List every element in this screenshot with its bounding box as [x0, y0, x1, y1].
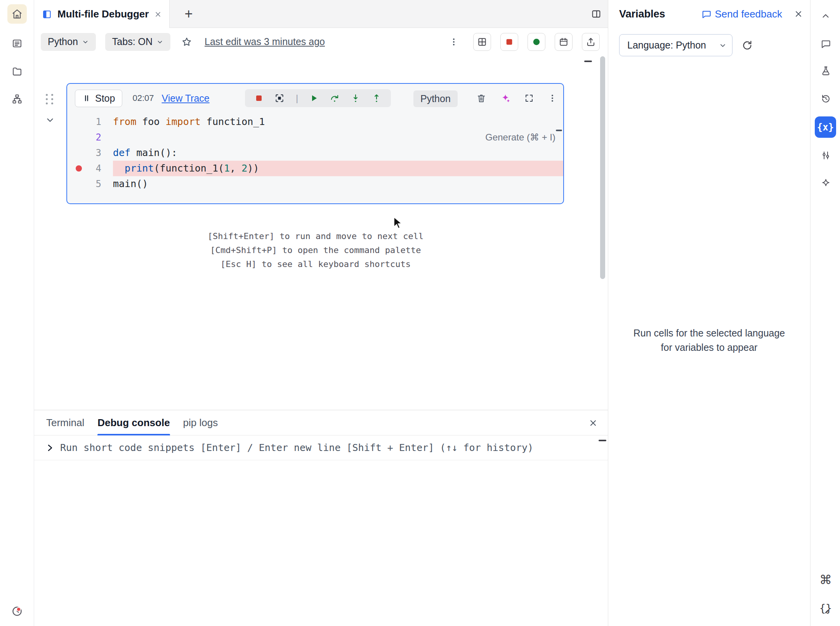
- cell-header: Stop 02:07 View Trace |: [67, 84, 563, 113]
- close-bottom-panel-icon[interactable]: [588, 410, 598, 435]
- ai-assistant-button[interactable]: [816, 174, 835, 192]
- chevron-down-icon: [156, 38, 163, 45]
- cell-language-chip[interactable]: Python: [413, 90, 458, 107]
- favorite-button[interactable]: [181, 36, 192, 47]
- last-edit-link[interactable]: Last edit was 3 minutes ago: [205, 36, 325, 47]
- fullscreen-icon[interactable]: [524, 94, 534, 103]
- notification-dot: [16, 607, 21, 612]
- variables-panel-header: Variables Send feedback: [608, 0, 810, 28]
- code-text[interactable]: main(): [113, 176, 563, 192]
- notebook-list-button[interactable]: [9, 35, 26, 52]
- settings-sliders-button[interactable]: [816, 146, 835, 165]
- refresh-variables-button[interactable]: [741, 40, 753, 51]
- home-icon: [12, 9, 23, 19]
- empty-message-line: for variables to appear: [608, 340, 810, 355]
- command-palette-button[interactable]: ⌘: [816, 571, 835, 589]
- generate-hint[interactable]: Generate (⌘ + I): [485, 132, 555, 143]
- tab-close-icon[interactable]: [154, 10, 162, 18]
- hint-line: [Shift+Enter] to run and move to next ce…: [34, 229, 597, 243]
- variables-panel: Variables Send feedback Language: Python…: [608, 0, 810, 626]
- stop-debug-button[interactable]: Stop: [75, 90, 122, 107]
- ai-sparkle-icon[interactable]: [500, 93, 510, 103]
- send-feedback-link[interactable]: Send feedback: [701, 0, 782, 28]
- breakpoint-slot[interactable]: [76, 134, 82, 140]
- code-line[interactable]: 4 print(function_1(1, 2)): [67, 161, 563, 176]
- comments-button[interactable]: [816, 34, 835, 53]
- notebook-content: Stop 02:07 View Trace |: [34, 55, 608, 410]
- divider: |: [295, 93, 299, 104]
- code-line[interactable]: 3def main():: [67, 145, 563, 161]
- line-number: 1: [82, 114, 113, 130]
- step-out-icon[interactable]: [371, 93, 382, 103]
- format-code-button[interactable]: {}: [816, 598, 835, 617]
- keyboard-hints: [Shift+Enter] to run and move to next ce…: [34, 229, 597, 271]
- share-button[interactable]: [582, 33, 600, 51]
- cell-scrollbar-dash[interactable]: [556, 130, 562, 131]
- console-scrollbar-dash[interactable]: [599, 440, 606, 441]
- tab-multi-file-debugger[interactable]: Multi-file Debugger: [34, 0, 170, 28]
- integrations-button[interactable]: [9, 90, 26, 108]
- breakpoint-slot[interactable]: [76, 150, 82, 156]
- breakpoint-slot[interactable]: [76, 119, 82, 125]
- cell-more-options-icon[interactable]: [548, 94, 557, 103]
- experiments-button[interactable]: [816, 61, 835, 80]
- line-number: 2: [82, 130, 113, 145]
- code-line[interactable]: 1from foo import function_1: [67, 114, 563, 130]
- cell-collapse-chevron-icon[interactable]: [45, 115, 55, 125]
- line-number: 4: [82, 161, 113, 176]
- vertical-scrollbar[interactable]: [600, 56, 605, 279]
- layout-grid-button[interactable]: [473, 33, 491, 51]
- continue-play-icon[interactable]: [309, 94, 319, 103]
- code-text[interactable]: print(function_1(1, 2)): [113, 161, 563, 176]
- code-line[interactable]: 5main(): [67, 176, 563, 192]
- focus-breakpoint-icon[interactable]: [274, 93, 285, 103]
- history-button[interactable]: [816, 89, 835, 108]
- grid-icon: [477, 37, 487, 47]
- kernel-status-button[interactable]: [528, 33, 545, 51]
- home-button[interactable]: [7, 4, 27, 24]
- collapse-panel-button[interactable]: [816, 7, 835, 25]
- code-cell[interactable]: Stop 02:07 View Trace |: [66, 83, 564, 204]
- code-text[interactable]: from foo import function_1: [113, 114, 563, 130]
- tabs-toggle-dropdown[interactable]: Tabs: ON: [105, 33, 170, 51]
- debug-console-input[interactable]: Run short code snippets [Enter] / Enter …: [34, 435, 608, 460]
- tab-debug-console[interactable]: Debug console: [97, 410, 170, 435]
- files-button[interactable]: [9, 63, 26, 80]
- stop-kernel-button[interactable]: [500, 33, 518, 51]
- panel-title: Variables: [619, 0, 665, 28]
- content-scrollbar-dash[interactable]: [584, 61, 592, 62]
- debug-timer: 02:07: [132, 93, 154, 103]
- bottom-panel: Terminal Debug console pip logs Run shor…: [34, 410, 608, 626]
- cell-drag-handle[interactable]: [46, 94, 54, 104]
- breakpoint-dot[interactable]: [76, 165, 82, 172]
- close-variables-panel-icon[interactable]: [794, 0, 803, 28]
- empty-message-line: Run cells for the selected language: [608, 326, 810, 340]
- new-tab-button[interactable]: +: [179, 0, 199, 28]
- breakpoint-slot[interactable]: [76, 181, 82, 187]
- toggle-side-panel-button[interactable]: [591, 0, 602, 28]
- list-icon: [12, 38, 23, 49]
- language-dropdown-label: Python: [48, 36, 78, 47]
- more-options-icon[interactable]: [449, 37, 458, 47]
- variables-tab-button[interactable]: {x}: [815, 116, 836, 138]
- delete-cell-icon[interactable]: [476, 93, 486, 103]
- code-text[interactable]: def main():: [113, 145, 563, 161]
- variables-language-select[interactable]: Language: Python: [619, 34, 732, 56]
- tab-pip-logs[interactable]: pip logs: [183, 410, 218, 435]
- left-sidebar: [0, 0, 34, 626]
- debug-stop-icon[interactable]: [254, 94, 264, 103]
- step-into-icon[interactable]: [351, 93, 361, 103]
- variables-braces-icon: {x}: [817, 122, 834, 133]
- line-number: 5: [82, 176, 113, 192]
- chevron-down-icon: [719, 42, 727, 49]
- language-dropdown[interactable]: Python: [41, 33, 96, 51]
- app-window: Multi-file Debugger + Python Tabs: ON: [0, 0, 840, 626]
- pause-icon: [82, 94, 91, 102]
- folder-icon: [12, 66, 23, 77]
- schedule-button[interactable]: [555, 33, 573, 51]
- step-over-icon[interactable]: [330, 93, 340, 103]
- view-trace-link[interactable]: View Trace: [162, 93, 210, 104]
- hint-line: [Esc H] to see all keyboard shortcuts: [34, 257, 597, 271]
- tab-terminal[interactable]: Terminal: [46, 410, 84, 435]
- recent-history-button[interactable]: [9, 603, 26, 620]
